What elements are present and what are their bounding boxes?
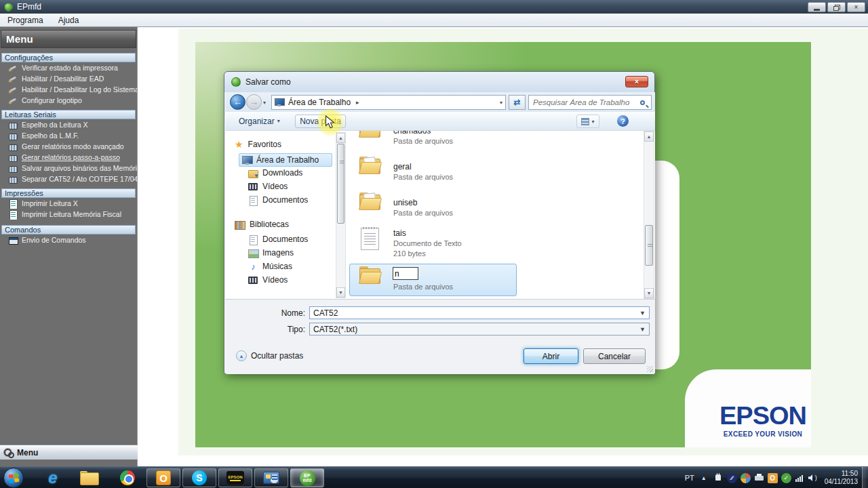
sidebar-item-imprimir-memoria-fiscal[interactable]: Imprimir Leitura Memória Fiscal [0,209,137,220]
dialog-titlebar[interactable]: Salvar como [224,72,654,92]
network-signal-icon[interactable] [795,473,805,483]
chevron-down-icon[interactable]: ▼ [639,326,646,333]
scrollbar-thumb[interactable] [645,225,653,266]
close-button[interactable]: × [847,2,865,12]
sidebar-item-habilitar-log[interactable]: Habilitar / Desabilitar Log do Sistema [0,84,137,95]
sidebar-item-espelho-leitura-x[interactable]: Espelho da Leitura X [0,119,137,130]
taskbar-skype[interactable]: S [182,468,216,487]
nav-item-area-de-trabalho[interactable]: Área de Trabalho [239,153,332,167]
folder-icon[interactable] [359,157,382,175]
scroll-down-button[interactable]: ▼ [644,288,654,298]
show-desktop-button[interactable] [862,467,868,488]
print-document-icon [9,210,18,219]
safely-remove-icon[interactable] [713,473,724,483]
settings-gear-icon[interactable] [741,473,751,483]
menu-programa[interactable]: Programa [0,16,51,25]
epmfd-icon: EPmfd [300,470,315,486]
taskbar-windows-explorer[interactable] [75,468,102,488]
nav-item-videos[interactable]: Vídeos [245,180,290,192]
sidebar-item-espelho-lmf[interactable]: Espelho da L.M.F. [0,130,137,141]
scroll-up-button[interactable]: ▲ [336,133,345,143]
taskbar-epmfd-active[interactable]: EPmfd [290,468,324,487]
hide-folders-button[interactable]: ▲ Ocultar pastas [236,350,303,361]
sidebar-item-imprimir-leitura-x[interactable]: Imprimir Leitura X [0,198,137,209]
sidebar-item-separar-cat52[interactable]: Separar CAT52 / Ato COTEPE 17/04 [0,174,137,184]
file-name[interactable]: uniseb [393,198,417,207]
forward-button[interactable]: → [246,94,262,110]
nav-group-libraries[interactable]: Bibliotecas [235,220,289,229]
cancel-button[interactable]: Cancelar [583,348,646,364]
film-icon [248,182,258,191]
sidebar-item-relatorios-passo-a-passo[interactable]: Gerar relatórios passo-a-passo [0,152,137,163]
file-name[interactable]: chamados [393,131,431,136]
sidebar-item-envio-comandos[interactable]: Envio de Comandos [0,235,137,245]
breadcrumb[interactable]: Área de Trabalho ▸ ▾ [271,95,506,110]
back-button[interactable]: ← [230,94,245,110]
folder-icon[interactable] [359,131,382,138]
history-dropdown-icon[interactable]: ▾ [263,100,266,106]
printer-tray-icon[interactable] [754,473,764,483]
chevron-down-icon[interactable]: ▼ [639,310,646,317]
search-icon[interactable] [640,100,645,105]
text-document-icon[interactable] [361,228,379,250]
tray-clock[interactable]: 11:50 04/11/2013 [825,470,858,486]
address-dropdown-icon[interactable]: ▾ [500,100,502,106]
hidden-icons-button[interactable]: ▲ [701,475,707,481]
nav-item-lib-videos[interactable]: Vídeos [245,274,290,286]
sidebar-item-salvar-binarios[interactable]: Salvar arquivos binários das Memórias [0,163,137,174]
file-name[interactable]: tais [393,228,406,238]
views-button[interactable]: ▾ [576,115,599,128]
help-button[interactable]: ? [617,115,629,127]
new-folder-icon[interactable] [359,266,382,285]
scroll-down-button[interactable]: ▼ [336,287,345,298]
nav-item-lib-imagens[interactable]: Imagens [245,247,296,259]
outlook-tray-icon[interactable]: O [768,473,778,483]
resize-grip[interactable] [647,366,653,372]
scrollbar-thumb[interactable] [337,144,344,224]
breadcrumb-arrow-icon[interactable]: ▸ [356,99,359,106]
sidebar-footer-menu[interactable]: Menu [0,445,138,460]
open-button[interactable]: Abrir [524,348,578,364]
type-dropdown[interactable]: CAT52(*.txt) ▼ [309,323,650,336]
name-value[interactable]: CAT52 [313,308,338,318]
search-input[interactable] [529,98,640,106]
sidebar-item-relatorios-avancado[interactable]: Gerar relatórios modo avançado [0,141,137,152]
language-indicator[interactable]: PT [685,474,694,482]
menu-ajuda[interactable]: Ajuda [51,16,87,25]
refresh-icon: ⇄ [513,98,520,107]
taskbar-devices[interactable] [254,468,288,487]
start-button[interactable] [3,468,24,488]
dialog-close-button[interactable]: × [625,76,648,87]
breadcrumb-location[interactable]: Área de Trabalho [288,98,351,107]
name-combobox[interactable]: CAT52 ▼ [309,306,650,319]
refresh-button[interactable]: ⇄ [509,95,526,110]
taskbar-chrome[interactable] [114,468,141,488]
sidebar-item-verificar-estado[interactable]: Verificar estado da impressora [0,62,137,73]
taskbar-outlook[interactable]: O [146,468,180,487]
nav-item-lib-documentos[interactable]: Documentos [245,233,311,245]
antivirus-check-icon[interactable]: ✓ [781,473,791,483]
taskbar-internet-explorer[interactable]: e [39,468,66,488]
taskbar-epson-printer[interactable]: EPSON [218,468,252,487]
volume-icon[interactable]: ) [808,473,818,483]
file-size: 210 bytes [393,249,426,258]
type-value[interactable]: CAT52(*.txt) [313,325,357,334]
list-scrollbar[interactable]: ▲ ▼ [644,131,654,299]
scroll-up-button[interactable]: ▲ [644,131,654,142]
sidebar-item-habilitar-ead[interactable]: Habilitar / Desabilitar EAD [0,73,137,84]
nav-item-downloads[interactable]: Downloads [245,167,305,179]
nav-item-lib-musicas[interactable]: ♪Músicas [245,260,295,272]
restore-button[interactable] [827,2,846,12]
folder-icon[interactable] [359,192,382,211]
nav-scrollbar[interactable]: ▲ ▼ [336,132,346,298]
minimize-button[interactable] [808,2,826,12]
organize-button[interactable]: Organizar▾ [239,117,280,126]
parallels-icon[interactable]: ∕∕ [727,473,737,483]
file-name[interactable]: geral [393,162,412,171]
rename-input[interactable] [393,267,418,280]
tray-date: 04/11/2013 [825,478,858,486]
nav-item-documentos[interactable]: Documentos [245,194,311,206]
search-box[interactable] [528,95,652,110]
nav-group-favorites[interactable]: ★ Favoritos [235,140,281,149]
sidebar-item-configurar-logotipo[interactable]: Configurar logotipo [0,95,137,106]
